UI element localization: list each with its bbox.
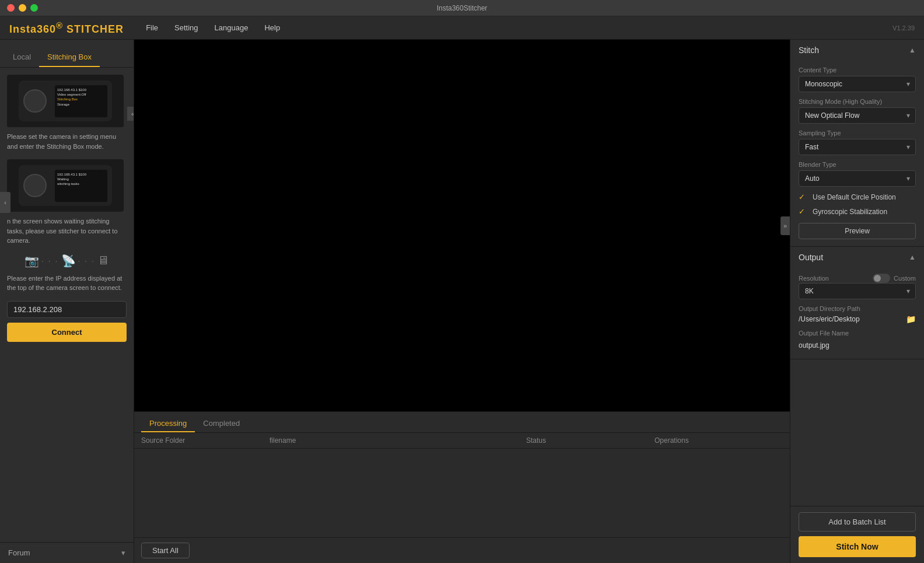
tab-completed[interactable]: Completed <box>195 415 248 432</box>
content-type-label: Content Type <box>799 67 916 74</box>
col-header-source: Source Folder <box>141 436 270 445</box>
col-header-ops: Operations <box>654 436 783 445</box>
screen2-text-3: stitching tasks <box>57 181 105 186</box>
resolution-select-wrapper: 8K 4K 2K 1080p <box>799 283 916 299</box>
ip-input[interactable] <box>7 301 127 318</box>
screen-text-3: Stitching Box <box>57 97 105 102</box>
use-default-circle-row: ✓ Use Default Circle Position <box>799 193 916 201</box>
maximize-button[interactable] <box>30 4 38 12</box>
close-button[interactable] <box>7 4 15 12</box>
custom-toggle-thumb <box>874 275 881 282</box>
gyroscopic-label[interactable]: Gyroscopic Stabilization <box>813 208 887 216</box>
connect-button[interactable]: Connect <box>7 323 127 342</box>
output-dir-value: /Users/eric/Desktop <box>799 315 902 323</box>
app-logo: Insta360® STITCHER <box>9 20 124 36</box>
camera-mock-1: 192.168.43.1 $100 Video segment:Off Stit… <box>19 81 112 121</box>
output-section-header: Output ▲ <box>790 247 924 268</box>
traffic-lights <box>7 4 38 12</box>
sidebar-collapse-button[interactable]: « <box>127 107 134 121</box>
output-dir-label: Output Directory Path <box>799 305 916 312</box>
camera-image-1: 192.168.43.1 $100 Video segment:Off Stit… <box>7 75 124 127</box>
sidebar-footer: Forum ▾ <box>0 542 134 563</box>
sampling-type-select[interactable]: Fast Slow <box>799 139 916 155</box>
menu-language[interactable]: Language <box>206 21 257 34</box>
add-to-batch-button[interactable]: Add to Batch List <box>799 512 916 531</box>
screen-text-2: Video segment:Off <box>57 92 105 97</box>
sampling-type-select-wrapper: Fast Slow <box>799 139 916 155</box>
start-all-button[interactable]: Start All <box>141 543 190 558</box>
camera-block-1: 192.168.43.1 $100 Video segment:Off Stit… <box>7 75 127 151</box>
output-section-chevron-icon[interactable]: ▲ <box>909 253 916 261</box>
sidebar-tabs: Local Stitching Box <box>0 40 134 68</box>
sidebar-content: 192.168.43.1 $100 Video segment:Off Stit… <box>0 68 134 542</box>
screen-text-4: Storage <box>57 102 105 107</box>
output-section-title: Output <box>799 253 823 262</box>
content-type-select[interactable]: Monoscopic Stereoscopic <box>799 76 916 92</box>
camera-screen-2: 192.168.43.1 $100 Waiting stitching task… <box>55 170 107 202</box>
camera-block-2: ‹ 192.168.43.1 $100 Waiting stitching ta… <box>7 159 127 246</box>
blender-type-select[interactable]: Auto OpenCL CPU <box>799 170 916 187</box>
version-label: V1.2.39 <box>892 25 915 32</box>
output-section-body: Resolution Custom 8K 4K 2K 1080p <box>790 274 924 359</box>
stitch-section-chevron-icon[interactable]: ▲ <box>909 46 916 54</box>
blender-type-select-wrapper: Auto OpenCL CPU <box>799 170 916 187</box>
resolution-select[interactable]: 8K 4K 2K 1080p <box>799 283 916 299</box>
sidebar-desc-1: Please set the camera in setting menu an… <box>7 132 127 151</box>
screen2-text-1: 192.168.43.1 $100 <box>57 172 105 177</box>
stitch-section-body: Content Type Monoscopic Stereoscopic Sti… <box>790 67 924 246</box>
resolution-row: Resolution Custom <box>799 274 916 283</box>
browse-folder-button[interactable]: 📁 <box>906 314 916 324</box>
bottom-footer: Start All <box>134 537 790 563</box>
preview-area: » <box>134 40 790 411</box>
blender-type-label: Blender Type <box>799 161 916 168</box>
right-panel-collapse-button[interactable]: » <box>780 216 790 235</box>
logo-text: Insta360® STITCHER <box>9 23 124 35</box>
col-header-filename: filename <box>270 436 526 445</box>
stitching-mode-label: Stitching Mode (High Quality) <box>799 98 916 105</box>
main-layout: « Local Stitching Box 192.168.43.1 $100 … <box>0 40 924 563</box>
batch-table: Source Folder filename Status Operations <box>134 433 790 537</box>
preview-button[interactable]: Preview <box>799 223 916 239</box>
gyroscopic-check-icon: ✓ <box>799 207 808 216</box>
forum-arrow-icon: ▾ <box>121 548 125 557</box>
connection-diagram: 📷 · · · 📡 · · · 🖥 <box>7 254 127 268</box>
tab-stitching-box[interactable]: Stitching Box <box>39 48 100 67</box>
menu-help[interactable]: Help <box>256 21 288 34</box>
stitching-mode-select[interactable]: New Optical Flow Optical Flow Template <box>799 107 916 124</box>
col-header-status: Status <box>526 436 654 445</box>
custom-toggle: Custom <box>873 274 916 283</box>
content-type-select-wrapper: Monoscopic Stereoscopic <box>799 76 916 92</box>
tab-local[interactable]: Local <box>5 48 39 67</box>
output-section: Output ▲ Resolution Custom 8K <box>790 247 924 359</box>
monitor-icon: 🖥 <box>97 254 109 267</box>
menubar: Insta360® STITCHER File Setting Language… <box>0 16 924 40</box>
output-filename-label: Output File Name <box>799 330 916 337</box>
center-content: » Processing Completed Source Folder fil… <box>134 40 790 563</box>
stitch-section: Stitch ▲ Content Type Monoscopic Stereos… <box>790 40 924 247</box>
menu-file[interactable]: File <box>138 21 166 34</box>
titlebar: Insta360Stitcher <box>0 0 924 16</box>
sidebar: « Local Stitching Box 192.168.43.1 $100 … <box>0 40 134 563</box>
resolution-label: Resolution <box>799 275 829 282</box>
minimize-button[interactable] <box>19 4 26 12</box>
stitch-now-button[interactable]: Stitch Now <box>799 536 916 557</box>
camera-screen-1: 192.168.43.1 $100 Video segment:Off Stit… <box>55 85 107 117</box>
carousel-prev-button[interactable]: ‹ <box>0 192 10 213</box>
camera-mock-2: 192.168.43.1 $100 Waiting stitching task… <box>19 165 112 206</box>
bottom-tabs: Processing Completed <box>134 412 790 433</box>
gyroscopic-row: ✓ Gyroscopic Stabilization <box>799 207 916 216</box>
tab-processing[interactable]: Processing <box>141 415 195 432</box>
forum-label[interactable]: Forum <box>8 548 30 557</box>
camera-icon: 📷 <box>24 254 39 268</box>
menu-setting[interactable]: Setting <box>166 21 206 34</box>
right-panel: Stitch ▲ Content Type Monoscopic Stereos… <box>790 40 924 563</box>
conn-dots-1: · · · <box>41 256 58 265</box>
bottom-panel: Processing Completed Source Folder filen… <box>134 411 790 563</box>
screen-text-1: 192.168.43.1 $100 <box>57 88 105 92</box>
use-default-circle-label[interactable]: Use Default Circle Position <box>813 193 896 201</box>
stitch-section-title: Stitch <box>799 46 819 55</box>
conn-dots-2: · · · <box>78 256 95 265</box>
sidebar-desc-2: n the screen shows waiting stitching tas… <box>7 216 127 246</box>
stitching-mode-select-wrapper: New Optical Flow Optical Flow Template <box>799 107 916 124</box>
custom-toggle-track[interactable] <box>873 274 890 283</box>
